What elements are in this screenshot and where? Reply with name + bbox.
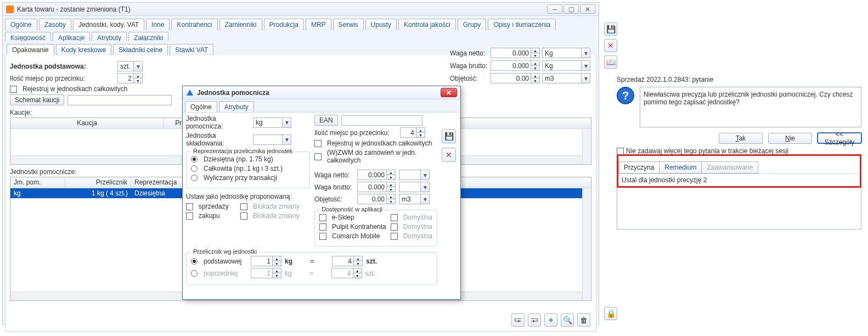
main-tab-11[interactable]: Grupy [458, 19, 487, 30]
modal-reg-int-checkbox[interactable] [314, 140, 322, 147]
lock-icon[interactable]: 🔒 [604, 307, 617, 320]
conv-a-input[interactable]: ▲▼ [251, 256, 281, 266]
conv-a2-input: ▲▼ [251, 268, 281, 278]
svg-marker-0 [187, 89, 193, 96]
deposit-scheme-button[interactable]: Schemat kaucji [10, 94, 64, 105]
main-tab-1[interactable]: Zasoby [39, 19, 71, 30]
avail-mobile-checkbox[interactable] [319, 233, 326, 240]
modal-wzwm-checkbox[interactable] [314, 153, 322, 160]
main-tab-7[interactable]: MRP [306, 19, 331, 30]
conv-b-input[interactable]: ▲▼ [332, 256, 363, 266]
app-icon [6, 5, 14, 13]
main-tab-6[interactable]: Produkcja [264, 19, 304, 30]
minimize-button[interactable]: ─ [547, 4, 562, 14]
modal-vol-unit[interactable]: m3▾ [399, 194, 430, 204]
aux-unit-select[interactable]: kg▾ [253, 117, 291, 128]
store-unit-label: Jednostka składowania: [186, 132, 251, 147]
book-icon[interactable]: 📖 [604, 55, 617, 69]
weight-net-unit[interactable]: Kg▾ [542, 48, 590, 58]
sub-tab-1[interactable]: Kody kreskowe [56, 44, 111, 55]
modal-wgross-input[interactable]: ▲▼ [357, 182, 396, 192]
sub-tab-3[interactable]: Stawki VAT [170, 44, 213, 55]
dialog-close-button[interactable]: ✕ [441, 88, 457, 97]
main-tab-5[interactable]: Zamienniki [219, 19, 262, 30]
modal-wnet-unit[interactable]: ▾ [399, 170, 430, 180]
avail-eshop-checkbox[interactable] [319, 214, 326, 221]
main-tab-12[interactable]: Opisy i tłumaczenia [488, 19, 556, 30]
main-tab-3[interactable]: Inne [146, 19, 170, 30]
base-unit-label: Jednostka podstawowa: [10, 63, 114, 70]
close-button[interactable]: ✕ [580, 4, 595, 14]
question-message: Niewłaściwa precyzja lub przelicznik jed… [640, 87, 861, 127]
deposit-scheme-input[interactable] [67, 95, 172, 105]
question-icon: ? [617, 87, 634, 104]
volume-input[interactable]: ▲▼ [491, 73, 540, 83]
conv-base-radio [191, 258, 198, 265]
maximize-button[interactable]: ▢ [563, 4, 579, 14]
modal-vol-label: Objętość: [314, 195, 354, 203]
main-tab-10[interactable]: Kontrola jakości [398, 19, 456, 30]
scrollbar-vertical[interactable] [582, 129, 591, 164]
chevron-down-icon: ▾ [133, 61, 142, 71]
weight-gross-input[interactable]: ▲▼ [491, 60, 540, 71]
main-tab-4[interactable]: Kontrahenci [171, 19, 217, 30]
rep-integer-radio[interactable] [191, 165, 198, 172]
scrollbar-vertical[interactable] [582, 188, 591, 300]
dialog-tab-attributes[interactable]: Atrybuty [219, 101, 254, 113]
save-icon[interactable]: 💾 [604, 23, 617, 36]
rep-calc-radio[interactable] [191, 175, 198, 181]
rep-decimal-radio[interactable] [191, 156, 198, 163]
dialog-cancel-icon[interactable]: ✕ [442, 148, 456, 162]
store-unit-select[interactable]: ▾ [253, 135, 291, 145]
ean-input[interactable] [341, 115, 422, 126]
weight-gross-unit[interactable]: Kg▾ [542, 60, 590, 71]
import-icon[interactable]: ⮓ [511, 313, 525, 327]
tab-reason[interactable]: Przyczyna [618, 161, 660, 173]
modal-vol-input[interactable]: ▲▼ [357, 194, 396, 204]
window-title: Karta towaru - zostanie zmieniona (T1) [17, 5, 131, 13]
main-tab-2[interactable]: Jednostki, kody, VAT [73, 19, 144, 30]
register-int-checkbox[interactable] [10, 86, 17, 93]
sub-tab-0[interactable]: Opakowanie [7, 44, 54, 55]
sub-tab-2[interactable]: Składniki celne [113, 44, 168, 55]
col-deposit: Kaucja [10, 118, 164, 128]
avail-pulpit-checkbox[interactable] [319, 223, 326, 231]
weight-gross-label: Waga brutto: [450, 62, 488, 70]
search-icon[interactable]: 🔍 [561, 313, 574, 327]
question-dialog: Sprzedaż 2022.1.0.2843: pytanie ? Niewła… [617, 76, 861, 229]
details-button[interactable]: << Szczegóły [818, 133, 861, 143]
delete-icon[interactable]: 🗑 [577, 313, 590, 327]
modal-wnet-input[interactable]: ▲▼ [357, 170, 396, 180]
volume-unit[interactable]: m3▾ [542, 73, 590, 83]
dialog-save-icon[interactable]: 💾 [442, 129, 456, 143]
dialog-icon [186, 89, 194, 97]
add-icon[interactable]: ＋ [544, 313, 557, 327]
dont-ask-checkbox[interactable] [617, 148, 624, 155]
titlebar: Karta towaru - zostanie zmieniona (T1) ─… [3, 3, 599, 16]
main-tab-8[interactable]: Serwis [333, 19, 364, 30]
modal-wgross-label: Waga brutto: [314, 183, 354, 191]
cancel-icon[interactable]: ✕ [604, 39, 617, 52]
tab-advanced: Zaawansowane [701, 161, 758, 173]
base-unit-select[interactable]: szt.▾ [117, 61, 143, 71]
main-tab-0[interactable]: Ogólne [5, 19, 37, 30]
modal-decimals-input[interactable]: ▲▼ [400, 127, 425, 138]
yes-button[interactable]: Tak [719, 133, 763, 144]
modal-decimals-label: Ilość miejsc po przecinku: [314, 129, 397, 137]
propose-buy-checkbox[interactable] [186, 212, 193, 220]
propose-sale-checkbox[interactable] [186, 203, 193, 210]
volume-label: Objętość: [450, 75, 488, 82]
weight-net-input[interactable]: ▲▼ [491, 48, 540, 58]
export-icon[interactable]: ⮒ [528, 313, 541, 327]
main-tab-9[interactable]: Upusty [365, 19, 397, 30]
dialog-tab-general[interactable]: Ogólne [185, 101, 217, 113]
tab-remedy[interactable]: Remedium [659, 161, 702, 173]
propose-legend: Ustaw jako jednostkę proponowaną: [186, 193, 292, 200]
modal-wgross-unit[interactable]: ▾ [399, 182, 430, 192]
modal-wnet-label: Waga netto: [314, 171, 354, 179]
aux-unit-dialog: Jednostka pomocnicza ✕ Ogólne Atrybuty 💾… [182, 86, 461, 300]
decimals-input[interactable]: ▲▼ [117, 73, 143, 83]
ean-button[interactable]: EAN [314, 115, 338, 126]
no-button[interactable]: Nie [768, 133, 812, 144]
weight-net-label: Waga netto: [450, 49, 488, 57]
